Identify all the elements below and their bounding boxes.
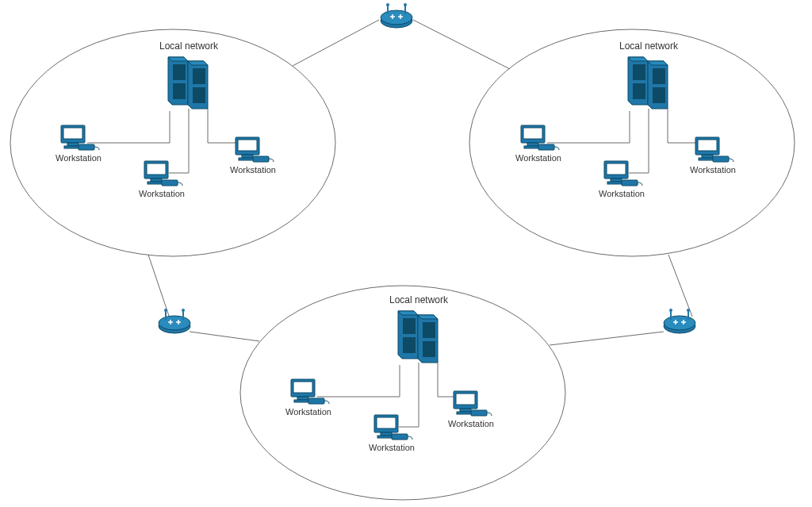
workstation-label: Workstation bbox=[285, 407, 331, 417]
ws-link bbox=[169, 109, 189, 173]
network-title: Local network bbox=[619, 40, 679, 52]
network-title: Local network bbox=[389, 294, 449, 305]
workstation-label: Workstation bbox=[230, 165, 276, 175]
workstation-label: Workstation bbox=[690, 165, 736, 175]
server-icon bbox=[398, 311, 438, 363]
router-link bbox=[550, 332, 664, 345]
ws-link bbox=[399, 363, 419, 427]
workstation-icon bbox=[236, 137, 274, 162]
ws-link bbox=[208, 109, 238, 143]
network-title: Local network bbox=[159, 40, 219, 52]
workstation-icon bbox=[454, 391, 492, 416]
workstation-label: Workstation bbox=[369, 443, 415, 452]
ws-link bbox=[668, 109, 698, 143]
router-link bbox=[413, 20, 510, 69]
router-link bbox=[148, 255, 169, 316]
workstation-label: Workstation bbox=[56, 153, 102, 163]
workstation-label: Workstation bbox=[448, 419, 494, 428]
server-icon bbox=[628, 57, 668, 109]
workstation-label: Workstation bbox=[599, 189, 645, 198]
ws-link bbox=[629, 109, 649, 173]
network-diagram: Local network Workstation Workstation Wo… bbox=[0, 0, 812, 507]
workstation-label: Workstation bbox=[139, 189, 185, 198]
workstation-icon bbox=[61, 125, 99, 150]
workstation-icon bbox=[695, 137, 733, 162]
server-icon bbox=[168, 57, 208, 109]
router-icon bbox=[381, 3, 412, 28]
workstation-icon bbox=[291, 379, 329, 404]
router-link bbox=[293, 20, 379, 66]
router-link bbox=[668, 255, 692, 317]
workstation-label: Workstation bbox=[515, 153, 561, 163]
workstation-icon bbox=[521, 125, 559, 150]
router-link bbox=[190, 332, 259, 341]
router-icon bbox=[159, 309, 190, 333]
